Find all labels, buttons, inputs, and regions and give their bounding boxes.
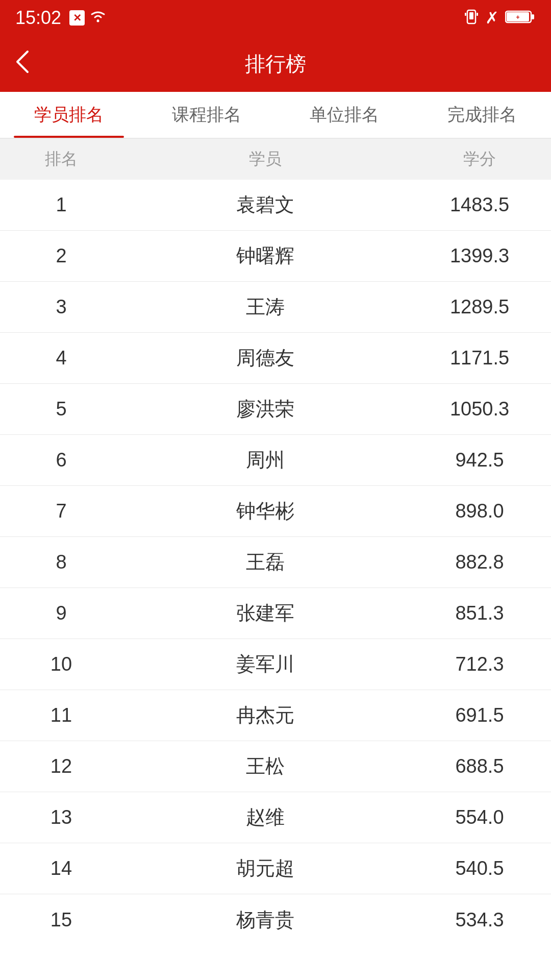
cell-student: 王磊 <box>122 549 408 575</box>
cell-student: 袁碧文 <box>122 192 408 218</box>
cell-score: 851.3 <box>408 602 551 624</box>
status-icons-left: ✕ <box>69 9 107 27</box>
table-row[interactable]: 11 冉杰元 691.5 <box>0 690 551 741</box>
table-row[interactable]: 1 袁碧文 1483.5 <box>0 180 551 231</box>
wifi-icon <box>89 9 107 27</box>
cell-score: 882.8 <box>408 551 551 573</box>
cell-student: 王松 <box>122 753 408 779</box>
svg-rect-4 <box>477 13 478 16</box>
cell-student: 杨青贵 <box>122 907 408 933</box>
cell-rank: 8 <box>0 551 122 573</box>
tabs-container: 学员排名 课程排名 单位排名 完成排名 <box>0 92 551 139</box>
cell-student: 赵维 <box>122 804 408 830</box>
cell-rank: 6 <box>0 449 122 471</box>
cell-student: 廖洪荣 <box>122 396 408 422</box>
status-right: ✗ + <box>464 8 536 28</box>
cell-student: 胡元超 <box>122 855 408 881</box>
table-row[interactable]: 3 王涛 1289.5 <box>0 282 551 333</box>
cell-score: 688.5 <box>408 755 551 777</box>
cell-student: 钟华彬 <box>122 498 408 524</box>
cell-score: 1050.3 <box>408 398 551 420</box>
header: 排行榜 <box>0 36 551 92</box>
cell-rank: 12 <box>0 755 122 777</box>
back-button[interactable] <box>15 50 30 78</box>
table-row[interactable]: 9 张建军 851.3 <box>0 588 551 639</box>
cell-score: 942.5 <box>408 449 551 471</box>
table-row[interactable]: 15 杨青贵 534.3 <box>0 894 551 945</box>
svg-rect-7 <box>532 14 534 19</box>
cell-rank: 5 <box>0 398 122 420</box>
cell-score: 712.3 <box>408 653 551 675</box>
table-row[interactable]: 2 钟曙辉 1399.3 <box>0 231 551 282</box>
cell-score: 1399.3 <box>408 245 551 267</box>
cell-score: 1483.5 <box>408 194 551 216</box>
cell-rank: 2 <box>0 245 122 267</box>
cell-student: 钟曙辉 <box>122 243 408 269</box>
header-score: 学分 <box>408 148 551 170</box>
cell-student: 周德友 <box>122 345 408 371</box>
battery-icon: + <box>505 9 536 27</box>
svg-point-0 <box>97 19 99 22</box>
x-notification-icon: ✕ <box>69 10 85 26</box>
cell-rank: 3 <box>0 296 122 318</box>
cell-student: 周州 <box>122 447 408 473</box>
page-title: 排行榜 <box>245 50 306 78</box>
cell-score: 691.5 <box>408 704 551 726</box>
table-row[interactable]: 10 姜军川 712.3 <box>0 639 551 690</box>
cell-score: 898.0 <box>408 500 551 522</box>
status-bar: 15:02 ✕ ✗ <box>0 0 551 36</box>
table-row[interactable]: 6 周州 942.5 <box>0 435 551 486</box>
cell-student: 姜军川 <box>122 651 408 677</box>
header-rank: 排名 <box>0 148 122 170</box>
cell-score: 540.5 <box>408 857 551 879</box>
cell-score: 554.0 <box>408 806 551 828</box>
svg-rect-2 <box>469 12 473 19</box>
table-row[interactable]: 7 钟华彬 898.0 <box>0 486 551 537</box>
cell-rank: 4 <box>0 347 122 369</box>
table-row[interactable]: 13 赵维 554.0 <box>0 792 551 843</box>
bluetooth-icon: ✗ <box>485 8 499 28</box>
cell-score: 534.3 <box>408 909 551 931</box>
status-left: 15:02 ✕ <box>15 7 107 29</box>
table-body: 1 袁碧文 1483.5 2 钟曙辉 1399.3 3 王涛 1289.5 4 … <box>0 180 551 945</box>
cell-rank: 10 <box>0 653 122 675</box>
tab-course-rank[interactable]: 课程排名 <box>138 92 276 138</box>
table-row[interactable]: 5 廖洪荣 1050.3 <box>0 384 551 435</box>
status-time: 15:02 <box>15 7 61 29</box>
cell-rank: 14 <box>0 857 122 879</box>
table-row[interactable]: 8 王磊 882.8 <box>0 537 551 588</box>
svg-rect-3 <box>465 13 466 16</box>
tab-complete-rank[interactable]: 完成排名 <box>413 92 551 138</box>
cell-score: 1171.5 <box>408 347 551 369</box>
cell-rank: 9 <box>0 602 122 624</box>
cell-rank: 15 <box>0 909 122 931</box>
cell-score: 1289.5 <box>408 296 551 318</box>
header-student: 学员 <box>122 148 408 170</box>
table-row[interactable]: 4 周德友 1171.5 <box>0 333 551 384</box>
cell-rank: 13 <box>0 806 122 828</box>
cell-student: 张建军 <box>122 600 408 626</box>
table-row[interactable]: 14 胡元超 540.5 <box>0 843 551 894</box>
cell-student: 王涛 <box>122 294 408 320</box>
cell-student: 冉杰元 <box>122 702 408 728</box>
cell-rank: 7 <box>0 500 122 522</box>
svg-text:+: + <box>516 14 519 21</box>
cell-rank: 11 <box>0 704 122 726</box>
table-row[interactable]: 12 王松 688.5 <box>0 741 551 792</box>
tab-unit-rank[interactable]: 单位排名 <box>276 92 413 138</box>
table-header: 排名 学员 学分 <box>0 139 551 180</box>
cell-rank: 1 <box>0 194 122 216</box>
vibrate-icon <box>464 8 479 28</box>
tab-student-rank[interactable]: 学员排名 <box>0 92 138 138</box>
